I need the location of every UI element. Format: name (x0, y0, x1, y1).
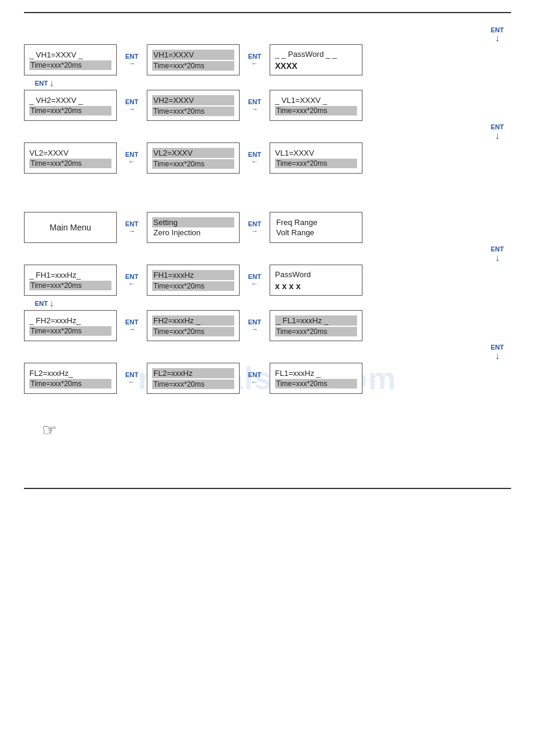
row-vl2-vl1: VL2=XXXV Time=xxx*20ms ENT ← VL2=XXXV Ti… (24, 142, 511, 174)
bottom-divider (24, 488, 511, 489)
vh1-box1-line2: Time=xxx*20ms (29, 60, 111, 70)
fh2-box1: _ FH2=xxxHz_ Time=xxx*20ms (24, 310, 117, 341)
row-main-menu: Main Menu ENT → Setting Zero Injection E… (24, 212, 511, 243)
down-ent-2-container: ENT ↓ (24, 123, 504, 141)
ent-fl2-2-label: ENT (248, 372, 261, 378)
fl1-box2: FL1=xxxHz _ Time=xxx*20ms (270, 363, 362, 394)
fl2-box1-line2: Time=xxx*20ms (29, 379, 111, 388)
vl1-box2-line1: VL1=XXXV (275, 148, 314, 157)
row-fl2-fl1: FL2=xxxHz_ Time=xxx*20ms ENT ← FL2=xxxHz… (24, 363, 511, 394)
ent-mm-1-label: ENT (125, 221, 138, 227)
ent-fh2-2-arrow: → (251, 326, 258, 333)
vh2-box2: VH2=XXXV Time=xxx*20ms (147, 90, 240, 121)
vh1-box3-line1: _ _ PassWord _ _ (275, 50, 337, 59)
ent-fl2-1-arrow: ← (128, 378, 135, 385)
fh2-box1-line1: _ FH2=xxxHz_ (29, 316, 81, 325)
ent-vh2-2-arrow: → (251, 105, 258, 113)
ent-vl2-2-label: ENT (248, 151, 261, 158)
down-ent-b2: ENT ↓ (491, 344, 504, 362)
vl2-box1: VL2=XXXV Time=xxx*20ms (24, 142, 117, 174)
fh2-box2: FH2=xxxHz _ Time=xxx*20ms (147, 310, 240, 341)
vl1-box1: _ VL1=XXXV _ Time=xxx*20ms (270, 90, 362, 121)
fh1-box1-line2: Time=xxx*20ms (29, 281, 111, 290)
spacer1 (24, 19, 511, 26)
ent-fl2-2-arrow: ← (251, 378, 258, 385)
down-ent-b2-arrow: ↓ (495, 351, 500, 362)
top-divider (24, 12, 511, 13)
fh2-box2-line1: FH2=xxxHz _ (152, 315, 234, 326)
spacer-bottom (24, 396, 511, 414)
ent-mm-2-arrow: → (251, 227, 258, 235)
content-wrapper: ENT ↓ _ VH1=XXXV _ Time=xxx*20ms ENT → V… (24, 12, 511, 489)
ent-fh1-1-arrow: ← (128, 280, 135, 287)
down-ent-mm-label: ENT (491, 245, 504, 253)
vl1-box2: VL1=XXXV Time=xxx*20ms (270, 142, 362, 174)
ent-vh2-2-label: ENT (248, 99, 261, 105)
ent-fh2-1-label: ENT (125, 319, 138, 326)
ent-vl2-2: ENT ← (240, 151, 270, 165)
ent-top-right: ENT ↓ (491, 26, 504, 43)
ent-vh1-1-label: ENT (125, 53, 138, 60)
hand-icon: ☞ (42, 421, 57, 439)
fh2-box2-line2: Time=xxx*20ms (152, 327, 234, 336)
vh1-box2-line1: VH1=XXXV (152, 50, 234, 60)
vl1-box1-line1: _ VL1=XXXV _ (275, 96, 327, 105)
setting-line1: Setting (152, 217, 234, 227)
vh2-box2-line1: VH2=XXXV (152, 95, 234, 105)
down-ent-2: ENT ↓ (491, 123, 504, 141)
ent-fh2-1-arrow: → (128, 326, 135, 333)
vh2-box1: _ VH2=XXXV _ Time=xxx*20ms (24, 90, 117, 121)
fl2-box1-line1: FL2=xxxHz_ (29, 369, 73, 378)
ent-fh2-1: ENT → (117, 319, 147, 333)
fl2-box1: FL2=xxxHz_ Time=xxx*20ms (24, 363, 117, 394)
ent-fh1-2-label: ENT (248, 274, 261, 280)
ent-mm-1-arrow: → (128, 227, 135, 235)
vh2-box1-line1: _ VH2=XXXV _ (29, 96, 83, 105)
ent-vh1-1: ENT → (117, 53, 147, 67)
vl1-box2-line2: Time=xxx*20ms (275, 159, 357, 168)
ent-fl2-1: ENT ← (117, 372, 147, 385)
spacer-end (24, 440, 511, 458)
fl1-box1: _ FL1=xxxHz _ Time=xxx*20ms (270, 310, 362, 341)
freq-range-box: Freq Range Volt Range (270, 212, 362, 243)
ent-vl2-1-label: ENT (125, 151, 138, 158)
ent-mm-2: ENT → (240, 221, 270, 235)
vl2-box1-line1: VL2=XXXV (29, 148, 68, 157)
down-ent-2-arrow: ↓ (495, 130, 500, 141)
fl1-box2-line1: FL1=xxxHz _ (275, 369, 321, 378)
down-ent-b2-container: ENT ↓ (24, 344, 504, 362)
ent-vl2-1-arrow: ← (128, 158, 135, 165)
fl1-box1-line1: _ FL1=xxxHz _ (275, 315, 357, 326)
fl1-box2-line2: Time=xxx*20ms (275, 379, 357, 388)
ent-vh2-1: ENT → (117, 99, 147, 113)
ent-mm-1: ENT → (117, 221, 147, 235)
down-ent-mm-container: ENT ↓ (24, 245, 504, 263)
ent-fh1-1: ENT ← (117, 274, 147, 287)
row-fh2-fl1: _ FH2=xxxHz_ Time=xxx*20ms ENT → FH2=xxx… (24, 310, 511, 341)
down-ent-b1-arrow: ↓ (49, 298, 54, 309)
ent-vl2-2-arrow: ← (251, 158, 258, 165)
freq-line2: Volt Range (275, 227, 316, 238)
fl2-box2: FL2=xxxHz Time=xxx*20ms (147, 363, 240, 394)
fl2-box2-line2: Time=xxx*20ms (152, 379, 234, 389)
vh1-box2-line2: Time=xxx*20ms (152, 61, 234, 71)
fh1-box3: PassWord x x x x (270, 265, 362, 296)
row-fh1: _ FH1=xxxHz_ Time=xxx*20ms ENT ← FH1=xxx… (24, 265, 511, 296)
ent-fh2-2-label: ENT (248, 319, 261, 326)
down-ent-mm: ENT ↓ (491, 245, 504, 263)
ent-vh1-1-arrow: → (128, 60, 135, 67)
down-ent-1: ENT ↓ (35, 78, 511, 89)
vh1-box1-line1: _ VH1=XXXV _ (29, 50, 83, 59)
spacer3 (24, 194, 511, 212)
vl2-box2-line2: Time=xxx*20ms (152, 159, 234, 169)
ent-fh1-2-arrow: ← (251, 280, 258, 287)
ent-vh2-1-label: ENT (125, 99, 138, 105)
fh1-box2-line1: FH1=xxxHz (152, 270, 234, 280)
ent-top-right-container: ENT ↓ (24, 26, 504, 43)
spacer2 (24, 176, 511, 194)
spacer-end2 (24, 458, 511, 476)
main-menu-label: Main Menu (50, 223, 91, 232)
hand-icon-container: ☞ (42, 420, 511, 440)
vh1-box3-line2: XXXX (275, 61, 297, 71)
fh1-box2: FH1=xxxHz Time=xxx*20ms (147, 265, 240, 296)
